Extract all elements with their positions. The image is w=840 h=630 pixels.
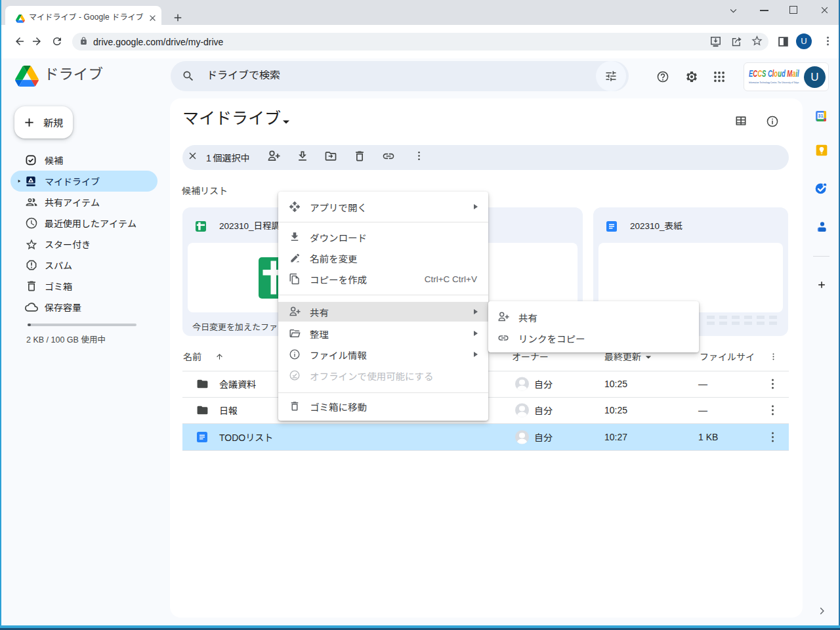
svg-text:31: 31	[818, 114, 824, 119]
